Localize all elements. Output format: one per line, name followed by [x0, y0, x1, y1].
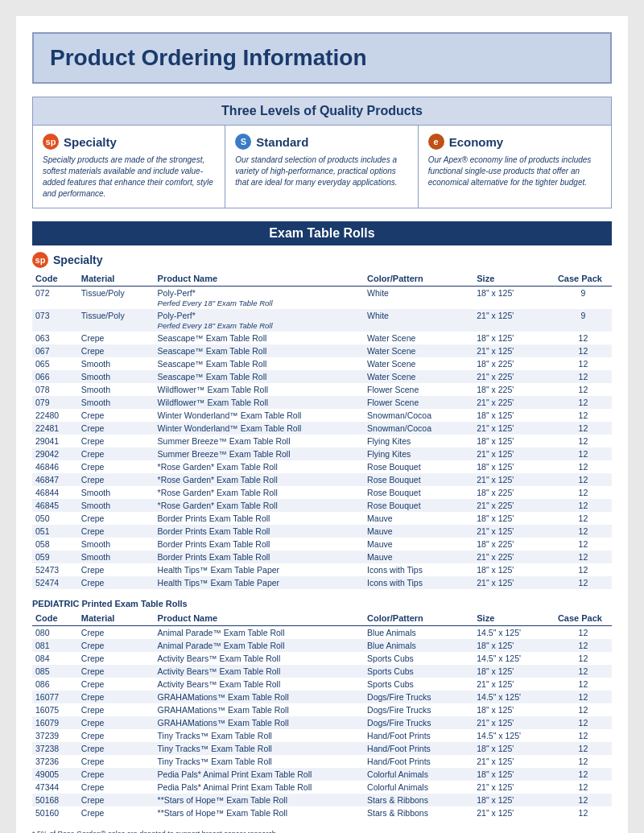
specialty-table-row: 050 Crepe Border Prints Exam Table Roll … — [32, 512, 612, 525]
row-product: Health Tips™ Exam Table Paper — [155, 563, 365, 576]
row-size: 21" x 125' — [473, 525, 555, 538]
footnotes: * 5% of Rose Garden® sales are donated t… — [32, 829, 612, 833]
row-code: 22480 — [32, 409, 78, 422]
row-material: Crepe — [78, 755, 155, 768]
row-material: Crepe — [78, 652, 155, 665]
standard-desc: Our standard selection of products inclu… — [235, 155, 407, 188]
row-code: 081 — [32, 639, 78, 652]
row-case: 12 — [555, 678, 612, 691]
row-case: 12 — [555, 538, 612, 551]
row-case: 12 — [555, 332, 612, 344]
row-code: 47344 — [32, 781, 78, 794]
row-material: Crepe — [78, 460, 155, 473]
row-case: 12 — [555, 551, 612, 563]
row-size: 21" x 125' — [473, 716, 555, 729]
row-color: Water Scene — [364, 370, 473, 383]
row-color: Dogs/Fire Trucks — [364, 703, 473, 716]
row-material: Crepe — [78, 768, 155, 781]
row-size: 21" x 125' — [473, 781, 555, 794]
row-case: 9 — [555, 309, 612, 332]
level-economy-header: e Economy — [428, 134, 601, 150]
row-code: 16075 — [32, 703, 78, 716]
row-material: Crepe — [78, 691, 155, 703]
row-code: 086 — [32, 678, 78, 691]
row-code: 079 — [32, 396, 78, 409]
specialty-table-row: 46845 Smooth *Rose Garden* Exam Table Ro… — [32, 499, 612, 512]
row-case: 12 — [555, 512, 612, 525]
col-header-product: Product Name — [155, 271, 365, 287]
row-size: 14.5" x 125' — [473, 626, 555, 640]
row-case: 12 — [555, 383, 612, 396]
row-material: Smooth — [78, 499, 155, 512]
specialty-table-row: 078 Smooth Wildflower™ Exam Table Roll F… — [32, 383, 612, 396]
row-code: 37238 — [32, 742, 78, 755]
pediatric-table-row: 085 Crepe Activity Bears™ Exam Table Rol… — [32, 665, 612, 678]
row-product: Border Prints Exam Table Roll — [155, 512, 365, 525]
level-specialty: sp Specialty Specialty products are made… — [33, 126, 225, 208]
row-size: 21" x 125' — [473, 576, 555, 589]
level-specialty-header: sp Specialty — [43, 134, 215, 150]
economy-name: Economy — [449, 135, 504, 149]
ped-col-header-code: Code — [32, 611, 78, 626]
row-code: 50168 — [32, 794, 78, 806]
row-product: Animal Parade™ Exam Table Roll — [155, 626, 365, 640]
row-material: Crepe — [78, 332, 155, 344]
specialty-table-row: 051 Crepe Border Prints Exam Table Roll … — [32, 525, 612, 538]
row-code: 085 — [32, 665, 78, 678]
row-case: 12 — [555, 626, 612, 640]
row-material: Crepe — [78, 344, 155, 357]
row-material: Smooth — [78, 357, 155, 370]
level-standard: S Standard Our standard selection of pro… — [225, 126, 418, 208]
row-color: Mauve — [364, 538, 473, 551]
row-case: 12 — [555, 396, 612, 409]
row-material: Crepe — [78, 409, 155, 422]
row-color: Sports Cubs — [364, 665, 473, 678]
row-material: Smooth — [78, 551, 155, 563]
row-color: Rose Bouquet — [364, 499, 473, 512]
row-size: 18" x 125' — [473, 460, 555, 473]
row-case: 12 — [555, 447, 612, 460]
row-size: 18" x 125' — [473, 435, 555, 447]
row-color: Icons with Tips — [364, 576, 473, 589]
row-material: Crepe — [78, 563, 155, 576]
row-material: Crepe — [78, 665, 155, 678]
specialty-table-row: 059 Smooth Border Prints Exam Table Roll… — [32, 551, 612, 563]
specialty-section-header: sp Specialty — [32, 252, 612, 268]
ped-col-header-material: Material — [78, 611, 155, 626]
row-size: 18" x 225' — [473, 486, 555, 499]
row-product: Wildflower™ Exam Table Roll — [155, 383, 365, 396]
pediatric-table-row: 16079 Crepe GRAHAMations™ Exam Table Rol… — [32, 716, 612, 729]
row-code: 52474 — [32, 576, 78, 589]
col-header-code: Code — [32, 271, 78, 287]
pediatric-table-row: 084 Crepe Activity Bears™ Exam Table Rol… — [32, 652, 612, 665]
row-product: Tiny Tracks™ Exam Table Roll — [155, 729, 365, 742]
row-size: 18" x 125' — [473, 794, 555, 806]
row-product: Activity Bears™ Exam Table Roll — [155, 678, 365, 691]
row-material: Crepe — [78, 678, 155, 691]
row-case: 12 — [555, 473, 612, 486]
row-size: 18" x 125' — [473, 287, 555, 310]
row-code: 49005 — [32, 768, 78, 781]
row-case: 12 — [555, 357, 612, 370]
row-product: Activity Bears™ Exam Table Roll — [155, 665, 365, 678]
economy-desc: Our Apex® economy line of products inclu… — [428, 155, 601, 188]
row-product: Tiny Tracks™ Exam Table Roll — [155, 755, 365, 768]
col-header-color: Color/Pattern — [364, 271, 473, 287]
row-material: Crepe — [78, 703, 155, 716]
row-case: 12 — [555, 691, 612, 703]
row-color: Snowman/Cocoa — [364, 409, 473, 422]
specialty-section-badge: sp — [32, 252, 48, 268]
row-code: 46847 — [32, 473, 78, 486]
pediatric-table-row: 50160 Crepe **Stars of Hope™ Exam Table … — [32, 806, 612, 819]
row-material: Crepe — [78, 639, 155, 652]
row-size: 18" x 125' — [473, 665, 555, 678]
specialty-desc: Specialty products are made of the stron… — [43, 155, 215, 200]
row-color: Blue Animals — [364, 639, 473, 652]
row-code: 073 — [32, 309, 78, 332]
row-size: 18" x 125' — [473, 332, 555, 344]
pediatric-table-row: 16077 Crepe GRAHAMations™ Exam Table Rol… — [32, 691, 612, 703]
row-material: Tissue/Poly — [78, 287, 155, 310]
row-code: 29042 — [32, 447, 78, 460]
specialty-table-row: 067 Crepe Seascape™ Exam Table Roll Wate… — [32, 344, 612, 357]
row-code: 072 — [32, 287, 78, 310]
